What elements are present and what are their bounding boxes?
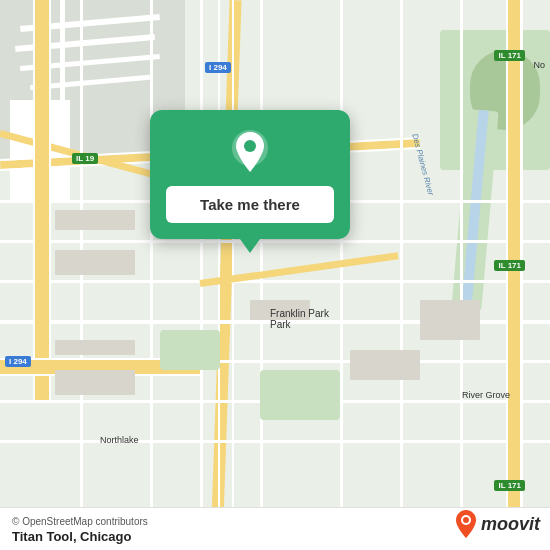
i294-top-shield: I 294 <box>205 62 231 73</box>
location-pin-icon <box>226 128 274 176</box>
northlake-label: Northlake <box>100 435 139 445</box>
map-container: I 294 IL 19 IL 171 IL 171 IL 171 I 294 D… <box>0 0 550 550</box>
river-grove-label: River Grove <box>462 390 510 400</box>
svg-point-3 <box>463 517 469 523</box>
il171-bot-shield: IL 171 <box>494 480 525 491</box>
il19-shield: IL 19 <box>72 153 98 164</box>
il171-top-shield: IL 171 <box>494 50 525 61</box>
moovit-logo: moovit <box>455 510 540 538</box>
moovit-pin-icon <box>455 510 477 538</box>
location-popup: Take me there <box>150 110 350 239</box>
take-me-there-button[interactable]: Take me there <box>166 186 334 223</box>
i294-bot-shield: I 294 <box>5 356 31 367</box>
svg-point-1 <box>244 140 256 152</box>
franklin-park-label: Franklin Park Park <box>270 308 329 330</box>
moovit-text: moovit <box>481 514 540 535</box>
il171-mid-shield: IL 171 <box>494 260 525 271</box>
no-label: No <box>533 60 545 70</box>
bottom-info-bar: © OpenStreetMap contributors Titan Tool,… <box>0 507 550 550</box>
